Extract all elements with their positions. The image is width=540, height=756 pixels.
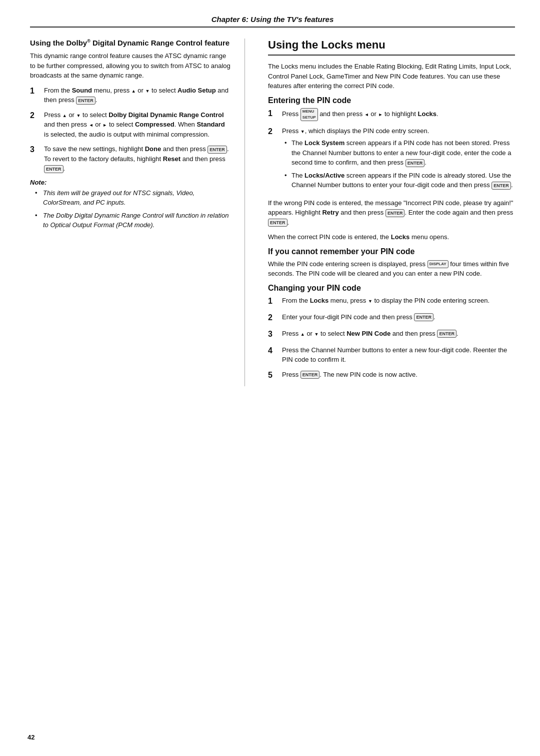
enter-button-icon: ENTER bbox=[208, 146, 227, 154]
pin-step-1: Press MENUSETUP and then press or to hig… bbox=[268, 108, 515, 121]
arrow-down-icon bbox=[76, 111, 81, 119]
display-button-icon: DISPLAY bbox=[428, 260, 448, 268]
changing-pin-steps: From the Locks menu, press to display th… bbox=[268, 296, 515, 381]
enter-button-icon: ENTER bbox=[76, 97, 96, 105]
arrow-down-icon bbox=[146, 87, 150, 94]
chapter-title: Chapter 6: Using the TV's features bbox=[212, 15, 334, 24]
note-label: Note: bbox=[30, 179, 230, 186]
left-intro: This dynamic range control feature cause… bbox=[30, 51, 230, 81]
sub-bullet-1: The Lock System screen appears if a PIN … bbox=[284, 138, 515, 168]
enter-button-icon: ENTER bbox=[300, 371, 320, 379]
enter-button-icon: ENTER bbox=[406, 159, 425, 167]
change-step-3: Press or to select New PIN Code and then… bbox=[268, 329, 515, 340]
page-number: 42 bbox=[28, 733, 34, 741]
change-step-1: From the Locks menu, press to display th… bbox=[268, 296, 515, 307]
note-block: Note: This item will be grayed out for N… bbox=[30, 179, 230, 230]
page: Chapter 6: Using the TV's features Using… bbox=[0, 0, 540, 756]
note-item-1: This item will be grayed out for NTSC si… bbox=[35, 188, 230, 208]
enter-button-icon: ENTER bbox=[414, 313, 434, 321]
menu-setup-icon: MENUSETUP bbox=[300, 108, 318, 121]
locks-menu-open-text: When the correct PIN code is entered, th… bbox=[268, 232, 515, 242]
step-2: Press or to select Dolby Digital Dynamic… bbox=[30, 110, 230, 140]
cannot-remember-title: If you cannot remember your PIN code bbox=[268, 247, 515, 256]
right-column: Using the Locks menu The Locks menu incl… bbox=[263, 39, 515, 386]
changing-pin-title: Changing your PIN code bbox=[268, 284, 515, 293]
step-1: From the Sound menu, press or to select … bbox=[30, 86, 230, 105]
right-intro: The Locks menu includes the Enable Ratin… bbox=[268, 62, 515, 91]
entering-pin-steps: Press MENUSETUP and then press or to hig… bbox=[268, 108, 515, 193]
change-step-2: Enter your four-digit PIN code and then … bbox=[268, 312, 515, 324]
left-steps: From the Sound menu, press or to select … bbox=[30, 86, 230, 174]
arrow-up-icon bbox=[300, 330, 305, 337]
sub-bullet-2: The Locks/Active screen appears if the P… bbox=[284, 171, 515, 190]
arrow-up-icon bbox=[132, 87, 136, 94]
change-step-5: Press ENTER. The new PIN code is now act… bbox=[268, 370, 515, 381]
pin-sub-bullets: The Lock System screen appears if a PIN … bbox=[282, 138, 515, 190]
pin-step-2: Press , which displays the PIN code entr… bbox=[268, 126, 515, 193]
left-column: Using the Dolby® Digital Dynamic Range C… bbox=[30, 39, 245, 386]
note-list: This item will be grayed out for NTSC si… bbox=[30, 188, 230, 230]
arrow-left-icon bbox=[364, 110, 369, 118]
cannot-remember-text: While the PIN code entering screen is di… bbox=[268, 259, 515, 279]
arrow-left-icon bbox=[89, 121, 94, 128]
left-section-title: Using the Dolby® Digital Dynamic Range C… bbox=[30, 39, 230, 47]
note-item-2: The Dolby Digital Dynamic Range Control … bbox=[35, 211, 230, 230]
enter-button-icon: ENTER bbox=[44, 165, 64, 173]
enter-button-icon: ENTER bbox=[268, 219, 288, 227]
arrow-right-icon bbox=[378, 110, 382, 118]
right-section-title: Using the Locks menu bbox=[268, 39, 515, 56]
arrow-down-icon bbox=[368, 297, 372, 304]
arrow-right-icon bbox=[102, 121, 107, 128]
step-3: To save the new settings, highlight Done… bbox=[30, 144, 230, 174]
arrow-down-icon bbox=[314, 330, 319, 337]
after-steps-text: If the wrong PIN code is entered, the me… bbox=[268, 198, 515, 228]
arrow-down-icon bbox=[300, 127, 305, 135]
arrow-up-icon bbox=[62, 111, 67, 119]
entering-pin-title: Entering the PIN code bbox=[268, 96, 515, 105]
enter-button-icon: ENTER bbox=[437, 330, 456, 338]
enter-button-icon: ENTER bbox=[492, 182, 511, 190]
change-step-4: Press the Channel Number buttons to ente… bbox=[268, 345, 515, 365]
chapter-header: Chapter 6: Using the TV's features bbox=[30, 15, 515, 28]
enter-button-icon: ENTER bbox=[386, 209, 405, 217]
